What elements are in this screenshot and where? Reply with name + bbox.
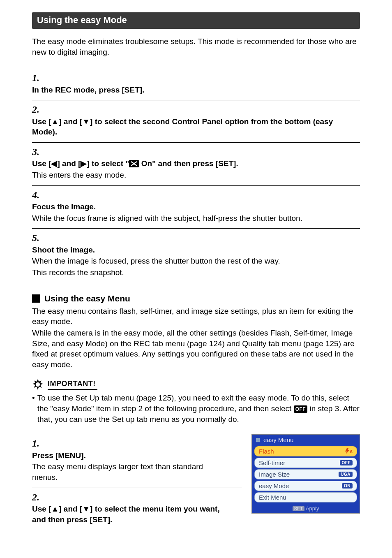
svg-point-5 [36,382,40,387]
svg-marker-10 [345,448,349,454]
clover-icon [255,437,261,443]
important-label: IMPORTANT! [48,380,97,390]
menu-footer: SETApply [252,505,360,513]
step-number: 1. [32,437,45,450]
bullet-dot-icon: • [32,393,35,424]
important-bullet-text: To use the Set Up tab menu (page 125), y… [37,393,360,424]
easy-menu-paragraph-1: The easy menu contains flash, self-timer… [32,306,360,327]
step-title-post: On" and then press [SET]. [139,159,238,168]
menu-item-selftimer: Self-timer OFF [254,458,357,468]
step-desc: This enters the easy mode. [32,169,345,181]
svg-point-8 [256,440,258,442]
menu-item-value: A [344,448,353,455]
step-b2: 2. Use [▲] and [▼] to select the menu it… [32,488,242,530]
important-burst-icon [32,379,44,390]
menu-item-imagesize: Image Size UGA [254,469,357,479]
svg-point-9 [258,440,260,442]
set-chip-icon: SET [293,506,304,511]
step-title: Use [▲] and [▼] to select the second Con… [32,117,333,137]
step-title-pre: Use [◀] and [▶] to select " [32,159,129,168]
svg-point-6 [256,438,258,440]
step-desc: The easy menu displays larger text than … [32,461,227,482]
menu-item-label: Flash [259,448,274,455]
menu-item-value: ON [342,483,353,489]
off-badge-icon: OFF [294,405,308,413]
menu-item-flash: Flash A [254,446,357,456]
step-number: 5. [32,231,45,244]
menu-item-value: UGA [339,472,353,477]
step-b1: 1. Press [MENU]. The easy menu displays … [32,434,242,487]
flash-auto-icon: A [344,448,353,454]
svg-point-7 [258,438,260,440]
important-bullet: • To use the Set Up tab menu (page 125),… [32,393,360,424]
step-2: 2. Use [▲] and [▼] to select the second … [32,100,360,142]
step-title: Press [MENU]. [32,451,86,460]
menu-item-label: Exit Menu [259,494,286,501]
step-number: 2. [32,491,45,504]
menu-title-bar: easy Menu [252,435,360,445]
step-4: 4. Focus the image. While the focus fram… [32,185,360,229]
svg-text:A: A [350,449,353,454]
menu-item-label: Image Size [259,471,290,478]
step-title: In the REC mode, press [SET]. [32,86,144,94]
step-title: Shoot the image. [32,245,95,254]
step-5: 5. Shoot the image. When the image is fo… [32,228,360,282]
step-desc: While the focus frame is aligned with th… [32,212,345,224]
easy-menu-screenshot: easy Menu Flash A Self-timer OFF Image S… [251,434,360,514]
intro-paragraph: The easy mode eliminates troublesome set… [32,36,360,57]
step-1: 1. In the REC mode, press [SET]. [32,69,360,100]
sub-heading: Using the easy Menu [44,294,130,303]
svg-point-3 [133,163,135,164]
step-number: 1. [32,71,45,84]
step-number: 3. [32,145,45,158]
easy-mode-x-icon [129,160,139,167]
menu-item-exit: Exit Menu [254,492,357,502]
menu-item-label: easy Mode [259,482,289,489]
menu-item-value: OFF [340,460,353,465]
menu-footer-text: Apply [306,505,319,512]
menu-title-text: easy Menu [263,436,293,443]
section-heading: Using the easy Mode [32,12,360,29]
step-title: Focus the image. [32,202,96,211]
sub-heading-row: Using the easy Menu [32,294,360,303]
step-title: Use [▲] and [▼] to select the menu item … [32,505,220,524]
step-number: 4. [32,188,45,201]
menu-item-label: Self-timer [259,459,285,466]
easy-menu-paragraph-2: While the camera is in the easy mode, al… [32,328,360,370]
menu-item-easymode: easy Mode ON [254,481,357,491]
step-3: 3. Use [◀] and [▶] to select " On" and t… [32,142,360,185]
step-number: 2. [32,103,45,116]
step-desc-line2: This records the snapshot. [32,266,345,278]
step-desc-line1: When the image is focused, press the shu… [32,255,345,266]
important-row: IMPORTANT! [32,379,360,390]
square-bullet-icon [32,294,40,303]
step-title: Use [◀] and [▶] to select " On" and then… [32,159,238,168]
